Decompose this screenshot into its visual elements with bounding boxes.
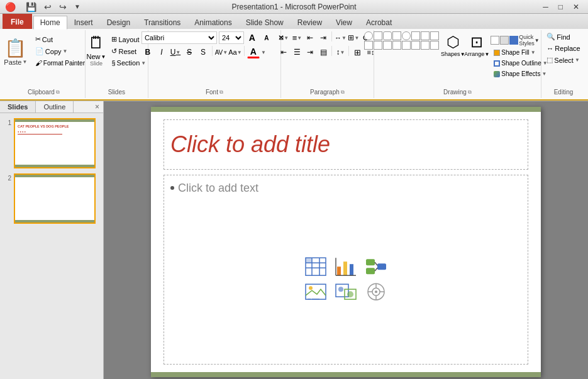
decrease-indent-btn[interactable]: ⇤ [304,31,316,44]
quick-style-2[interactable] [500,36,509,45]
quick-styles-button[interactable]: QuickStyles ▼ [519,34,539,47]
text-shadow-btn[interactable]: S [197,46,209,58]
paragraph-expand-icon[interactable]: ⧉ [341,89,345,96]
shape-preview[interactable] [374,41,382,50]
tab-view[interactable]: View [329,15,359,29]
shape-preview[interactable] [411,41,420,50]
align-left-btn[interactable]: ⇤ [277,46,290,58]
shape-preview[interactable] [383,31,392,40]
tab-slideshow[interactable]: Slide Show [239,15,291,29]
insert-table-icon[interactable] [303,255,328,278]
paste-button[interactable]: 📋 Paste ▼ [0,31,31,72]
minimize-btn[interactable]: ─ [539,3,552,11]
slide-thumb-1[interactable]: 1 CAT PEOPLE VS DOG PEOPLE ● ● ● ● [3,118,101,168]
shape-preview[interactable] [383,41,392,50]
shape-preview[interactable] [364,31,373,40]
qat-more-btn[interactable]: ▼ [72,2,83,11]
select-button[interactable]: ⬚Select▼ [544,55,582,65]
maximize-btn[interactable]: □ [555,3,567,11]
shapes-button[interactable]: ⬡ Shapes▼ [441,31,464,59]
tab-file[interactable]: File [3,14,32,29]
tab-outline[interactable]: Outline [36,101,74,113]
font-color-dropdown[interactable]: ▼ [261,50,266,55]
strikethrough-btn[interactable]: S [183,46,196,58]
quick-style-3[interactable] [509,36,518,45]
undo-btn[interactable]: ↩ [42,1,54,13]
tab-design[interactable]: Design [100,15,137,29]
align-center-btn[interactable]: ☰ [291,46,303,58]
format-painter-button[interactable]: 🖌Format Painter [33,58,87,68]
editing-group-label[interactable]: Editing [554,87,574,97]
para-more-btn[interactable]: ⊞ [351,46,363,58]
slides-group-label[interactable]: Slides [108,87,125,97]
quick-style-1[interactable] [491,36,499,45]
insert-smartart-icon[interactable] [363,255,389,278]
shape-preview[interactable] [392,31,401,40]
font-size-select[interactable]: 24 [219,31,244,44]
insert-clipart-icon[interactable] [333,280,358,303]
drawing-expand-icon[interactable]: ⧉ [468,89,472,96]
redo-btn[interactable]: ↪ [57,1,69,13]
line-spacing-btn[interactable]: ↕▼ [334,46,347,58]
bullets-btn[interactable]: ≡▼ [277,31,290,44]
char-spacing-btn[interactable]: AV▼ [215,46,228,58]
font-grow-btn[interactable]: A [246,31,258,44]
title-placeholder[interactable]: Click to add title [164,119,528,170]
tab-slides[interactable]: Slides [0,101,36,113]
slide-thumbnail-1[interactable]: CAT PEOPLE VS DOG PEOPLE ● ● ● ● [14,118,96,168]
clipboard-expand-icon[interactable]: ⧉ [56,89,60,96]
italic-btn[interactable]: I [155,46,168,58]
slide-canvas[interactable]: Click to add title Click to add text [151,107,541,377]
save-btn[interactable]: 💾 [23,1,39,13]
text-direction-btn[interactable]: ↔▼ [334,31,347,44]
shape-preview[interactable] [421,31,430,40]
shape-preview[interactable] [374,31,382,40]
close-btn[interactable]: ✕ [569,3,583,11]
tab-home[interactable]: Home [33,16,67,30]
shape-preview[interactable] [421,41,430,50]
shape-preview[interactable] [402,41,411,50]
change-case-btn[interactable]: Aa▼ [229,46,241,58]
tab-acrobat[interactable]: Acrobat [359,15,399,29]
columns-btn[interactable]: ⊞▼ [347,31,360,44]
justify-btn[interactable]: ▤ [317,46,330,58]
shape-preview[interactable] [411,31,420,40]
shape-preview[interactable] [402,31,411,40]
slide-thumbnail-2[interactable] [14,173,96,224]
arrange-button[interactable]: ⊡ Arrange▼ [465,31,488,59]
cut-button[interactable]: ✂Cut [33,34,87,45]
bold-btn[interactable]: B [141,46,154,58]
font-name-select[interactable]: Calibri [141,31,217,44]
shape-preview[interactable] [364,41,373,50]
tab-animations[interactable]: Animations [187,15,238,29]
shape-preview[interactable] [430,41,439,50]
paragraph-group-label[interactable]: Paragraph⧉ [310,87,345,97]
tab-review[interactable]: Review [291,15,329,29]
new-slide-dropdown[interactable]: ▼ [101,54,106,60]
clipboard-group-label[interactable]: Clipboard⧉ [28,87,60,97]
align-right-btn[interactable]: ⇥ [304,46,316,58]
tab-insert[interactable]: Insert [67,15,100,29]
increase-indent-btn[interactable]: ⇥ [317,31,330,44]
underline-btn[interactable]: U▼ [169,46,182,58]
insert-chart-icon[interactable] [333,255,358,278]
insert-picture-icon[interactable] [303,280,328,303]
tab-transitions[interactable]: Transitions [137,15,187,29]
slide-thumb-2[interactable]: 2 [3,173,101,224]
find-button[interactable]: 🔍Find [544,31,572,42]
content-placeholder[interactable]: Click to add text [164,175,528,365]
font-group-label[interactable]: Font⧉ [206,87,223,97]
shape-preview[interactable] [430,31,439,40]
font-color-btn[interactable]: A [247,46,260,58]
paste-dropdown-icon[interactable]: ▼ [22,59,27,65]
panel-close-btn[interactable]: × [91,101,103,113]
numbering-btn[interactable]: ≡▼ [291,31,303,44]
replace-button[interactable]: ↔Replace [544,43,582,53]
font-expand-icon[interactable]: ⧉ [219,89,223,96]
new-slide-button[interactable]: 🗒 New ▼ Slide [85,31,108,69]
copy-button[interactable]: 📄Copy▼ [33,46,87,57]
drawing-group-label[interactable]: Drawing⧉ [443,87,472,97]
shape-preview[interactable] [392,41,401,50]
insert-media-icon[interactable] [363,280,389,303]
font-shrink-btn[interactable]: A [260,31,273,44]
